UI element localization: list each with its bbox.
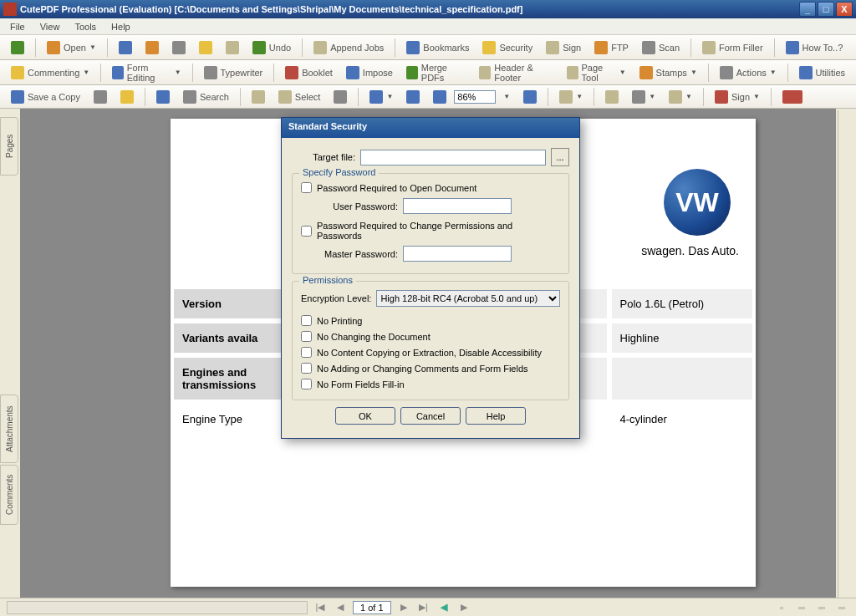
targetfile-input[interactable]: [360, 150, 546, 165]
tab-attachments[interactable]: Attachments: [0, 395, 18, 463]
chk-nocopy[interactable]: [301, 347, 312, 358]
formfiller-button[interactable]: Form Filler: [696, 38, 769, 58]
actions-button[interactable]: Actions ▼: [714, 63, 782, 83]
security-label: Security: [499, 43, 532, 53]
chk-nocomments[interactable]: [301, 363, 312, 374]
save-button[interactable]: [113, 38, 138, 58]
encryption-level-select[interactable]: High 128-bit RC4 (Acrobat 5.0 and up): [376, 290, 560, 307]
layout4-button[interactable]: ▫▫: [834, 600, 849, 615]
print-button[interactable]: [166, 38, 191, 58]
revert-button[interactable]: ▼: [626, 87, 661, 107]
rotate-button[interactable]: ▼: [553, 87, 588, 107]
masterpw-input[interactable]: [403, 246, 512, 262]
sign-button[interactable]: Sign: [540, 38, 587, 58]
tab-pages[interactable]: Pages: [0, 117, 18, 176]
booklet-button[interactable]: Booklet: [279, 63, 339, 83]
next-page-button[interactable]: ▶: [396, 600, 411, 615]
scan-button[interactable]: Scan: [636, 38, 685, 58]
select-tool-button[interactable]: Select: [273, 87, 327, 107]
howto-button[interactable]: How To..?: [780, 38, 849, 58]
nav-fwd-button[interactable]: ▶: [456, 600, 471, 615]
layout1-button[interactable]: ▫: [774, 600, 789, 615]
prev-page-button[interactable]: ◀: [333, 600, 348, 615]
undo-button[interactable]: Undo: [247, 38, 297, 58]
y-icon: [782, 90, 802, 104]
userpw-input[interactable]: [403, 198, 512, 214]
chk-open-password[interactable]: [301, 182, 312, 193]
merge-button[interactable]: Merge PDFs: [400, 59, 472, 86]
savecopy-button[interactable]: Save a Copy: [5, 87, 86, 107]
export-button[interactable]: [220, 38, 245, 58]
ftp-label: FTP: [611, 43, 629, 53]
utilities-button[interactable]: Utilities: [793, 63, 851, 83]
impose-button[interactable]: Impose: [340, 63, 399, 83]
menu-file[interactable]: File: [3, 20, 32, 33]
browse-button[interactable]: ...: [551, 148, 569, 166]
ytb-button[interactable]: [777, 87, 808, 107]
page-indicator[interactable]: 1 of 1: [353, 601, 391, 614]
chk-change-password[interactable]: [301, 226, 312, 237]
layout2-button[interactable]: ▫▫: [794, 600, 809, 615]
formediting-button[interactable]: Form Editing ▼: [106, 59, 186, 86]
last-page-button[interactable]: ▶|: [416, 600, 431, 615]
chk-noprint-label: No Printing: [317, 316, 362, 326]
zoomdd-button[interactable]: ▼: [497, 89, 516, 104]
typewriter-button[interactable]: Typewriter: [198, 63, 269, 83]
textsel-button[interactable]: [599, 87, 624, 107]
sign2-button[interactable]: Sign ▼: [709, 87, 766, 107]
print2-button[interactable]: [88, 87, 113, 107]
menu-help[interactable]: Help: [104, 20, 137, 33]
undo-icon: [252, 41, 266, 54]
zoom-field[interactable]: [454, 90, 496, 104]
mail-button[interactable]: [193, 38, 218, 58]
ok-button[interactable]: OK: [335, 407, 395, 425]
zoomin2-button[interactable]: [517, 87, 543, 107]
back-button[interactable]: [5, 38, 30, 58]
mail2-button[interactable]: [115, 87, 140, 107]
chk-nofill[interactable]: [301, 379, 312, 389]
clipboard-button[interactable]: ▼: [663, 87, 698, 107]
zoomin-button[interactable]: ▼: [364, 87, 399, 107]
zoomout-icon: [433, 90, 446, 104]
open-button[interactable]: Open ▼: [41, 38, 102, 58]
chk-open-label: Password Required to Open Document: [317, 183, 476, 193]
chk-nocomments-label: No Adding or Changing Comments and Form …: [317, 364, 528, 374]
cancel-button[interactable]: Cancel: [400, 407, 461, 425]
merge-label: Merge PDFs: [421, 63, 466, 83]
security-button[interactable]: Security: [476, 38, 538, 58]
minimize-button[interactable]: _: [799, 2, 816, 17]
utilities-icon: [799, 66, 813, 79]
commenting-button[interactable]: Commenting ▼: [5, 63, 95, 83]
question-icon: [786, 41, 799, 54]
help-button[interactable]: Help: [466, 407, 526, 425]
append-button[interactable]: Append Jobs: [308, 38, 390, 58]
menu-tools[interactable]: Tools: [68, 20, 103, 33]
horizontal-scrollbar[interactable]: [7, 601, 308, 614]
nav-back-button[interactable]: ◀: [436, 600, 451, 615]
first-page-button[interactable]: |◀: [313, 600, 328, 615]
chk-nochange[interactable]: [301, 331, 312, 342]
toolbar-secondary: Commenting ▼ Form Editing ▼ Typewriter B…: [0, 60, 856, 85]
chk-noprint[interactable]: [301, 315, 312, 326]
right-scrollbar[interactable]: [838, 110, 851, 598]
zoomout-button[interactable]: [427, 87, 452, 107]
camera-button[interactable]: [328, 87, 353, 107]
maximize-button[interactable]: □: [818, 2, 834, 17]
pagetool-button[interactable]: Page Tool ▼: [561, 59, 632, 86]
tab-comments[interactable]: Comments: [0, 465, 18, 525]
hand-tool-button[interactable]: [246, 87, 271, 107]
menu-view[interactable]: View: [33, 20, 67, 33]
search-button[interactable]: Search: [177, 87, 235, 107]
header-footer-button[interactable]: Header & Footer: [473, 59, 559, 86]
close-button[interactable]: X: [836, 2, 853, 17]
mail2-icon: [120, 90, 134, 104]
folder-button[interactable]: [140, 38, 165, 58]
stamps-button[interactable]: Stamps ▼: [634, 63, 703, 83]
bookmarks-button[interactable]: Bookmarks: [400, 38, 475, 58]
layout3-button[interactable]: ▫▫: [814, 600, 829, 615]
web-button[interactable]: [150, 87, 176, 107]
binoculars-icon: [183, 90, 196, 104]
ftp-button[interactable]: FTP: [588, 38, 634, 58]
header-label: Header & Footer: [494, 63, 553, 83]
fit-button[interactable]: [400, 87, 425, 107]
